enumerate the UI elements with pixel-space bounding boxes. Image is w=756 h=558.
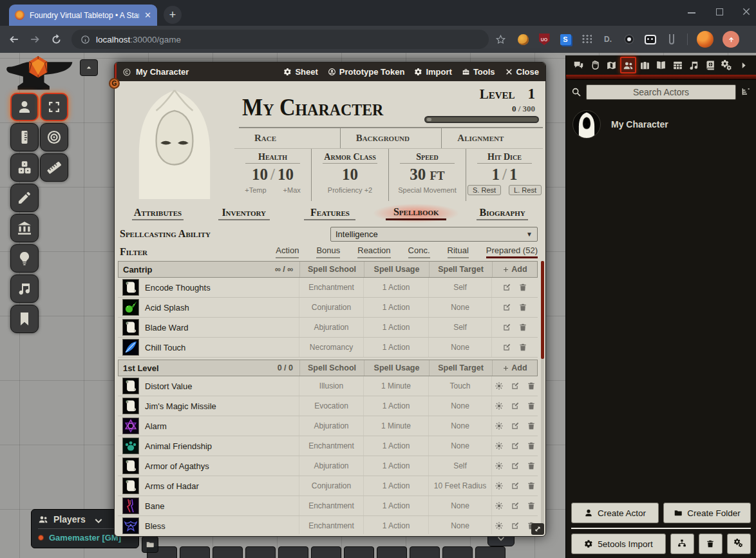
macro-hotbar[interactable] — [147, 546, 506, 558]
prepare-toggle-icon[interactable] — [495, 461, 504, 470]
browser-tab[interactable]: Foundry Virtual Tabletop • A Stan ✕ — [9, 5, 157, 26]
spell-scroll-icon[interactable]: G — [122, 457, 139, 474]
spell-bless-icon[interactable] — [122, 517, 139, 534]
filter-ritual[interactable]: Ritual — [448, 245, 469, 258]
spell-row[interactable]: BaneEnchantment1 ActionNone — [118, 496, 538, 516]
spell-scroll-icon[interactable]: G — [122, 319, 139, 336]
new-tab-button[interactable]: + — [164, 6, 182, 24]
tool-music-button[interactable] — [10, 274, 39, 303]
trash-icon[interactable] — [518, 343, 527, 352]
tab-features[interactable]: Features — [287, 204, 373, 223]
spell-row[interactable]: GBlade WardAbjuration1 ActionSelf — [118, 318, 538, 338]
spell-name[interactable]: Encode Thoughts — [145, 283, 211, 293]
spell-scroll-icon[interactable]: G — [122, 378, 139, 394]
trash-icon[interactable] — [527, 441, 536, 450]
speed-stat[interactable]: Speed 30 ft Special Movement — [388, 149, 466, 201]
character-portrait[interactable] — [120, 87, 229, 199]
hp-max[interactable]: 10 — [278, 166, 294, 183]
filter-action[interactable]: Action — [276, 245, 299, 258]
spell-list[interactable]: Cantrip∞ / ∞Spell SchoolSpell UsageSpell… — [118, 261, 538, 534]
spell-row[interactable]: Chill TouchNecromancy1 ActionNone — [118, 338, 538, 358]
edit-icon[interactable] — [502, 343, 511, 352]
spell-name[interactable]: Alarm — [145, 421, 167, 431]
speed-value[interactable]: 30 ft — [410, 166, 444, 183]
spell-scroll-icon[interactable]: G — [122, 477, 139, 494]
trash-icon[interactable] — [527, 461, 536, 470]
sidebar-tab-suitcase[interactable] — [636, 57, 653, 73]
browser-profile-avatar[interactable] — [697, 31, 713, 48]
filter-bonus[interactable]: Bonus — [316, 245, 340, 258]
trash-icon[interactable] — [518, 303, 527, 312]
tab-inventory[interactable]: Inventory — [201, 204, 287, 223]
tab-close-icon[interactable]: ✕ — [144, 10, 151, 20]
spell-name[interactable]: Bane — [145, 501, 164, 511]
header-tools-button[interactable]: Tools — [462, 67, 495, 77]
window-minimize-button[interactable] — [688, 12, 695, 14]
hit-dice-current[interactable]: 1 — [492, 166, 500, 183]
extension-eye-icon[interactable] — [623, 33, 636, 46]
tool-bank-button[interactable] — [10, 214, 39, 242]
browser-update-icon[interactable] — [723, 31, 739, 48]
sidebar-tab-table[interactable] — [669, 57, 686, 73]
spell-row[interactable]: BlessEnchantment1 ActionNone — [118, 516, 538, 534]
spell-row[interactable]: Animal FriendshipEnchantment1 ActionNone — [118, 436, 538, 456]
spell-paw-icon[interactable] — [122, 438, 139, 454]
section-slots[interactable]: 0 / 0 — [278, 363, 293, 372]
5etools-import-button[interactable]: 5etools Import — [571, 534, 666, 554]
long-rest-button[interactable]: L. Rest — [509, 185, 542, 195]
hp-temp-label[interactable]: +Temp — [245, 186, 266, 194]
extension-cookie-icon[interactable] — [516, 33, 529, 46]
spell-row[interactable]: GArmor of AgathysAbjuration1 ActionSelf — [118, 456, 538, 476]
add-spell-button[interactable]: Add — [502, 363, 527, 372]
spell-name[interactable]: Armor of Agathys — [145, 461, 209, 471]
hotbar-slot[interactable] — [410, 546, 440, 558]
add-spell-button[interactable]: Add — [502, 265, 527, 274]
trash-icon[interactable] — [518, 323, 527, 332]
prepare-toggle-icon[interactable] — [495, 401, 504, 410]
tab-biography[interactable]: Biography — [459, 204, 545, 223]
spell-scroll-icon[interactable]: G — [122, 279, 139, 296]
sidebar-tab-music[interactable] — [686, 57, 703, 73]
hotbar-slot[interactable] — [344, 546, 374, 558]
spell-name[interactable]: Acid Splash — [145, 303, 189, 313]
hotbar-slot[interactable] — [377, 546, 407, 558]
spell-row[interactable]: AlarmAbjuration1 MinuteNone — [118, 416, 538, 436]
extension-bluesq-icon[interactable]: S — [559, 33, 572, 46]
search-input[interactable] — [586, 84, 736, 100]
extension-robot-icon[interactable] — [644, 33, 657, 46]
prepare-toggle-icon[interactable] — [495, 481, 504, 490]
create-folder-button[interactable]: Create Folder — [663, 503, 751, 523]
spell-chill-icon[interactable] — [122, 339, 139, 356]
tool-user-button[interactable] — [10, 93, 39, 121]
spell-row[interactable]: Acid SplashConjuration1 ActionNone — [118, 298, 538, 318]
trash-icon[interactable] — [527, 481, 536, 490]
tab-spellbook[interactable]: Spellbook — [373, 204, 459, 223]
header-close-button[interactable]: Close — [505, 67, 539, 77]
prepare-toggle-icon[interactable] — [495, 441, 504, 450]
edit-icon[interactable] — [511, 481, 520, 490]
extension-shield-icon[interactable]: UO — [538, 33, 551, 46]
hotbar-slot[interactable] — [180, 546, 210, 558]
character-name[interactable]: My Character — [242, 93, 383, 121]
tool-bookmark-button[interactable] — [10, 305, 39, 333]
trash-icon[interactable] — [527, 501, 536, 510]
filter-conc-[interactable]: Conc. — [408, 245, 430, 258]
edit-icon[interactable] — [502, 283, 511, 292]
sitemap-button[interactable] — [670, 534, 694, 554]
create-actor-button[interactable]: Create Actor — [571, 503, 659, 523]
edit-icon[interactable] — [511, 461, 520, 470]
extension-fork-icon[interactable] — [665, 33, 678, 46]
sidebar-tab-comments[interactable] — [571, 57, 587, 73]
filter-reaction[interactable]: Reaction — [357, 245, 390, 258]
spell-row[interactable]: GEncode ThoughtsEnchantment1 ActionSelf — [118, 278, 538, 298]
hit-dice-max[interactable]: 1 — [509, 166, 518, 183]
window-resize-handle[interactable] — [531, 523, 544, 535]
spell-row[interactable]: GArms of HadarConjuration1 Action10 Feet… — [118, 476, 538, 496]
edit-icon[interactable] — [511, 401, 520, 410]
actor-list-item[interactable]: My Character — [566, 108, 756, 140]
extension-dots-icon[interactable] — [580, 33, 593, 46]
special-movement-link[interactable]: Special Movement — [398, 186, 457, 194]
window-close-button[interactable] — [742, 7, 751, 16]
delete-all-button[interactable] — [699, 534, 723, 554]
edit-icon[interactable] — [511, 381, 520, 390]
